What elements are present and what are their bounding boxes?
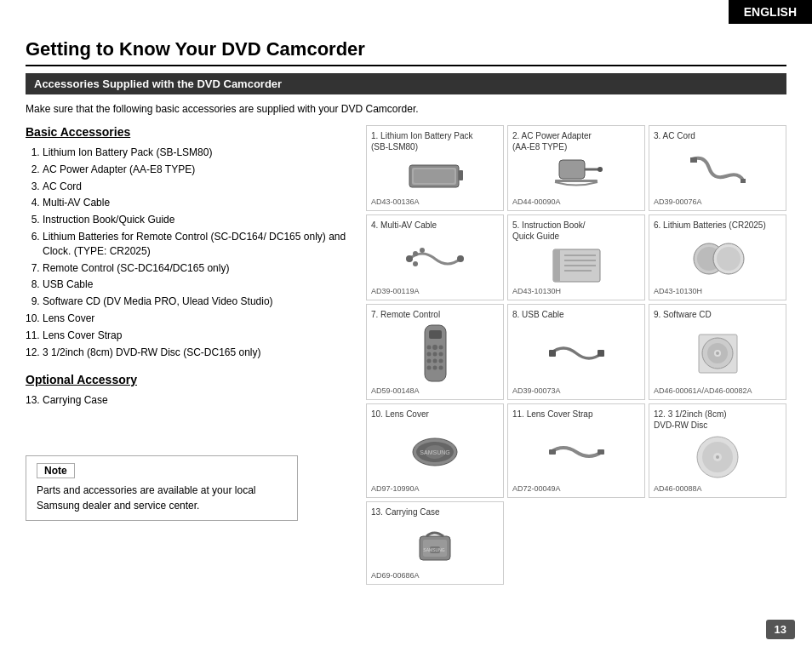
svg-point-35 (438, 359, 443, 363)
basic-item: AC Power Adapter (AA-E8 TYPE) (43, 163, 349, 177)
accessories-grid: 1. Lithium Ion Battery Pack (SB-LSM80) A… (366, 125, 786, 498)
svg-point-27 (432, 345, 437, 350)
optional-accessory-label: 13. Carrying Case (371, 506, 499, 518)
accessory-cell: 4. Multi-AV Cable AD39-00119A (366, 214, 504, 300)
accessory-code: AD46-00061A/AD46-00082A (654, 386, 781, 395)
note-label: Note (37, 463, 75, 478)
svg-rect-16 (553, 249, 560, 282)
basic-item: AC Cord (43, 180, 349, 194)
basic-accessories-title: Basic Accessories (26, 125, 349, 139)
basic-item: Multi-AV Cable (43, 196, 349, 210)
basic-item: Lens Cover Strap (43, 329, 349, 343)
svg-rect-40 (598, 350, 604, 357)
accessory-icon-7 (371, 323, 499, 383)
accessory-cell: 7. Remote Control AD59-00148A (366, 304, 504, 400)
accessory-icon-11 (512, 423, 640, 481)
optional-accessory-code: AD69-00686A (371, 571, 499, 580)
svg-point-45 (716, 352, 719, 355)
svg-point-36 (432, 366, 437, 370)
accessory-cell: 6. Lithium Batteries (CR2025) AD43-10130… (649, 214, 786, 300)
optional-section: Optional Accessory Carrying Case (26, 373, 349, 408)
basic-item: Lithium Ion Battery Pack (SB-LSM80) (43, 146, 349, 160)
svg-point-38 (438, 366, 443, 370)
svg-point-55 (716, 455, 719, 459)
accessory-cell: 5. Instruction Book/ Quick Guide AD43-10… (507, 214, 645, 300)
svg-point-6 (598, 167, 603, 172)
svg-rect-50 (549, 449, 556, 455)
accessory-cell: 1. Lithium Ion Battery Pack (SB-LSM80) A… (366, 125, 504, 211)
accessory-label: 9. Software CD (654, 309, 781, 320)
accessory-label: 4. Multi-AV Cable (371, 220, 499, 231)
page: ENGLISH Getting to Know Your DVD Camcord… (0, 0, 812, 652)
accessory-cell: 11. Lens Cover Strap AD72-00049A (507, 403, 645, 498)
optional-accessory-cell: 13. Carrying Case SAMSUNG AD69-00686A (366, 501, 504, 585)
accessory-label: 1. Lithium Ion Battery Pack (SB-LSM80) (371, 130, 499, 152)
accessory-icon-2 (512, 156, 640, 194)
svg-rect-4 (559, 160, 585, 179)
optional-accessory-icon-13: SAMSUNG (371, 521, 499, 568)
note-text: Parts and accessories are available at y… (37, 483, 287, 513)
optional-accessory-title: Optional Accessory (26, 373, 349, 386)
accessory-label: 2. AC Power Adapter (AA-E8 TYPE) (512, 130, 640, 152)
accessory-cell: 9. Software CD AD46-00061A/AD46-00082A (649, 304, 786, 400)
right-column: 1. Lithium Ion Battery Pack (SB-LSM80) A… (366, 125, 786, 585)
svg-rect-3 (414, 169, 455, 183)
svg-rect-7 (555, 180, 598, 182)
svg-point-13 (413, 261, 418, 266)
accessory-label: 12. 3 1/2inch (8cm) DVD-RW Disc (654, 409, 781, 431)
accessory-code: AD39-00076A (654, 197, 781, 206)
accessory-icon-9 (654, 323, 781, 383)
accessory-label: 3. AC Cord (654, 130, 781, 141)
svg-point-32 (438, 352, 443, 357)
accessory-code: AD46-00088A (654, 484, 781, 493)
accessory-label: 7. Remote Control (371, 309, 499, 320)
svg-rect-39 (549, 350, 556, 357)
accessory-label: 5. Instruction Book/ Quick Guide (512, 220, 640, 242)
optional-item: Carrying Case (43, 393, 349, 408)
basic-items-list: Lithium Ion Battery Pack (SB-LSM80)AC Po… (26, 146, 349, 359)
basic-item: USB Cable (43, 277, 349, 292)
svg-point-31 (426, 352, 431, 357)
svg-point-24 (717, 247, 741, 271)
basic-item: Instruction Book/Quick Guide (43, 213, 349, 227)
accessory-icon-1 (371, 156, 499, 194)
svg-point-28 (426, 346, 431, 350)
accessory-code: AD39-00119A (371, 287, 499, 295)
accessory-label: 8. USB Cable (512, 309, 640, 320)
accessory-label: 11. Lens Cover Strap (512, 409, 640, 420)
accessory-code: AD44-00090A (512, 197, 640, 206)
svg-point-29 (438, 346, 443, 350)
svg-point-12 (413, 251, 418, 256)
svg-point-30 (432, 352, 437, 357)
accessory-code: AD43-00136A (371, 197, 499, 206)
main-content: Basic Accessories Lithium Ion Battery Pa… (26, 125, 786, 585)
accessory-code: AD43-10130H (512, 287, 640, 295)
svg-point-14 (420, 248, 425, 253)
accessory-cell: 3. AC Cord AD39-00076A (649, 125, 786, 211)
left-column: Basic Accessories Lithium Ion Battery Pa… (26, 125, 349, 585)
accessory-icon-8 (512, 323, 640, 383)
svg-point-10 (406, 255, 413, 262)
language-badge: ENGLISH (729, 0, 812, 24)
accessory-icon-4 (371, 234, 499, 283)
accessory-code: AD72-00049A (512, 484, 640, 493)
basic-item: Software CD (DV Media PRO, Ulead Video S… (43, 295, 349, 309)
accessory-code: AD59-00148A (371, 386, 499, 395)
basic-item: Remote Control (SC-DC164/DC165 only) (43, 261, 349, 276)
svg-point-33 (432, 359, 437, 363)
accessory-code: AD39-00073A (512, 386, 640, 395)
basic-item: 3 1/2inch (8cm) DVD-RW Disc (SC-DC165 on… (43, 346, 349, 360)
svg-point-37 (426, 366, 431, 370)
svg-point-34 (426, 359, 431, 363)
accessory-code: AD97-10990A (371, 484, 499, 493)
accessory-icon-3 (654, 145, 781, 194)
accessory-icon-5 (512, 245, 640, 283)
note-box: Note Parts and accessories are available… (26, 455, 298, 521)
accessory-code: AD43-10130H (654, 287, 781, 295)
basic-item: Lithium Batteries for Remote Control (SC… (43, 230, 349, 259)
accessory-icon-10: SAMSUNG (371, 423, 499, 481)
svg-rect-26 (429, 330, 442, 339)
svg-point-11 (457, 255, 464, 262)
svg-rect-9 (741, 179, 746, 183)
accessory-icon-6 (654, 234, 781, 283)
